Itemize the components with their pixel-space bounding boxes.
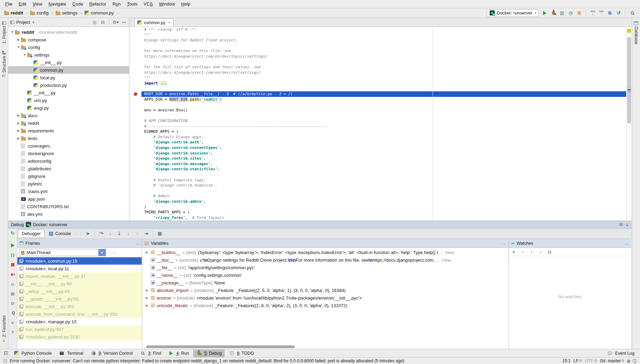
menu-item-window[interactable]: Window [156,1,178,7]
tree-item-requirements[interactable]: ▶requirements [8,127,129,134]
frame-row[interactable]: <module>, local.py:11 [17,265,142,272]
tree-item-app-json[interactable]: Japp.json [8,195,129,203]
gutter[interactable] [129,215,141,221]
tree-item--gitattributes[interactable]: .gitattributes [8,165,129,172]
toolwindow-button-structure[interactable]: 7: Structure [2,51,7,77]
tree-item--init-py[interactable]: __init__.py [8,59,129,66]
menu-item-vcs[interactable]: VCS [140,1,156,7]
stripe-mark[interactable] [627,91,631,92]
tree-item--travis-yml[interactable]: .travis.yml [8,188,129,195]
gutter[interactable] [129,64,141,70]
menu-item-view[interactable]: View [29,1,45,7]
add-watch-icon[interactable]: + [511,249,516,255]
toolwindow-button-python-console[interactable]: Python Console [10,350,55,357]
toolwindow-button-database[interactable]: Database [632,21,640,44]
gutter[interactable] [129,59,141,65]
project-panel-title[interactable]: Project ▼ [10,20,89,25]
mute-breakpoints-icon[interactable]: ⊘ [10,281,16,287]
stripe-mark[interactable] [627,89,631,90]
move-down-icon[interactable]: ↓ [538,249,543,255]
frame-row[interactable]: <module>, manage.py:10 [17,318,142,325]
pin-icon[interactable]: → [625,241,629,245]
todo-icon[interactable]: ✓ [229,350,235,356]
step-into-my-code-icon[interactable]: ⇣ [116,231,123,237]
pause-icon[interactable] [10,252,16,258]
help-icon[interactable]: ? [10,329,16,335]
gutter[interactable] [129,48,141,54]
run-icon[interactable] [168,350,174,356]
gutter[interactable] [129,27,141,32]
gutter[interactable] [129,193,141,199]
breadcrumb-item[interactable]: config [29,10,49,16]
tree-item--pylintrc[interactable]: .pylintrc [8,180,129,188]
hector-icon[interactable] [633,359,637,362]
gutter[interactable] [129,124,141,129]
frame-row[interactable]: __getattr__, __init__.py:55 [17,295,142,303]
toolwindow-button-project[interactable]: 1: Project [2,21,7,44]
rerun-icon[interactable]: ↻ [10,230,16,236]
variable-row[interactable]: 88__name__= {str}'config.settings.common… [142,271,509,279]
pin-tab-icon[interactable] [10,310,16,316]
editor-tab-common-py[interactable]: common.py × [134,18,174,27]
toolwindow-button-run[interactable]: 4: Run [165,350,192,357]
gutter[interactable] [129,172,141,178]
frame-row[interactable]: run, pydevd.py:937 [17,325,142,333]
run-config-selector[interactable]: dj Docker: runserver ▾ [487,9,539,17]
scrollbar-thumb[interactable] [627,37,631,123]
tree-item-config[interactable]: ▼config [8,43,129,51]
frame-row[interactable]: <module>, pydevd.py:1530 [17,333,142,341]
debug-tab-console[interactable]: ≡Console→ [45,230,80,238]
tree-item--coveragerc[interactable]: .coveragerc [8,142,129,150]
status-message[interactable]: Error running Docker: runserver: Can't r… [10,358,560,363]
view-link[interactable]: ... View [436,257,451,263]
breadcrumb-item[interactable]: reddit [3,10,24,16]
variable-row[interactable]: 88__package__= {NoneType}None [142,279,509,286]
gutter[interactable] [129,204,141,210]
gear-icon[interactable]: ⚙▾ [112,20,119,25]
vcs-commit-icon[interactable]: VCS↑ [598,10,604,16]
collapsed-arrow-icon[interactable]: ▶ [16,136,21,140]
variable-row[interactable]: ▶__builtins__= {dict}{'bytearray': <type… [142,249,509,256]
view-breakpoints-icon[interactable] [10,271,16,277]
debug-icon[interactable] [550,10,557,16]
thread-selector[interactable]: MainThread ▼ [19,249,106,256]
tree-item-reddit[interactable]: ▼reddit~/cookiecutter/reddit [8,28,129,36]
evaluate-expression-icon[interactable]: ▦ [156,231,163,237]
variable-row[interactable]: ▶environ= {module}<module 'environ' from… [142,294,509,302]
collapse-all-icon[interactable]: ⊟ [100,20,106,25]
tree-item-settings[interactable]: ▼settings [8,51,129,59]
toolwindow-button-debug[interactable]: 5: Debug [193,350,225,357]
editor[interactable]: common.py × # -*- coding: utf-8 -*-"""Dj… [129,18,632,221]
frame-row[interactable]: _setup, __init__.py:43 [17,287,142,295]
gutter[interactable] [129,199,141,204]
variable-row[interactable]: ▶unicode_literals= {instance}_Feature: _… [142,302,509,309]
tree-item-local-py[interactable]: local.py [8,74,129,81]
collapsed-arrow-icon[interactable]: ▶ [16,129,21,132]
close-icon[interactable]: × [10,320,16,326]
variable-row[interactable]: 88__doc__= {unicode}u'\nDjango settings … [142,256,509,264]
frame-down-icon[interactable]: ↓ [114,250,116,255]
hide-panel-icon[interactable]: ⇣ [625,222,629,227]
expanded-arrow-icon[interactable]: ▼ [16,46,21,49]
expand-arrow-icon[interactable]: ▶ [145,289,149,292]
tree-item--gitignore[interactable]: .gitignore [8,172,129,180]
frame-row[interactable]: import_module, __init__.py:37 [17,272,142,280]
toolwindow-button-todo[interactable]: ✓6: TODO [226,350,257,357]
gutter[interactable] [129,183,141,188]
error-stripe-mark[interactable] [627,29,631,33]
gutter[interactable] [129,151,141,156]
debug-icon[interactable] [196,350,202,356]
gutter[interactable] [129,161,141,167]
menu-item-code[interactable]: Code [69,1,86,7]
git-branch-widget[interactable]: Git: master⇅ [600,358,624,363]
restore-layout-icon[interactable]: ⊞ [10,291,16,297]
close-icon[interactable]: × [168,20,170,25]
rollback-icon[interactable]: ↺ [616,10,622,16]
gutter[interactable] [129,188,141,194]
run-icon[interactable] [542,10,548,16]
tree-item--editorconfig[interactable]: .editorconfig [8,157,129,165]
gutter[interactable] [129,43,141,49]
gutter[interactable] [129,32,141,38]
collapsed-arrow-icon[interactable]: ▶ [16,114,21,117]
tree-item--dockerignore[interactable]: .dockerignore [8,150,129,157]
